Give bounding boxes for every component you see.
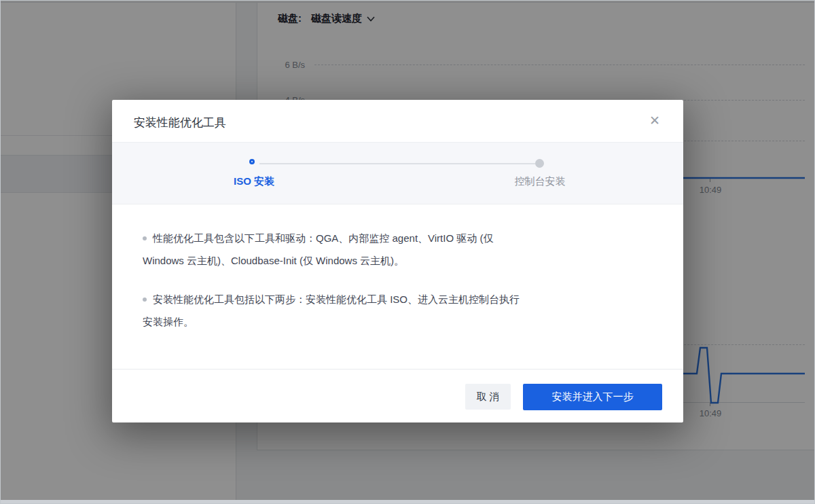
bullet-text-line: 性能优化工具包含以下工具和驱动：QGA、内部监控 agent、VirtIO 驱动… <box>153 232 493 244</box>
modal-body: 性能优化工具包含以下工具和驱动：QGA、内部监控 agent、VirtIO 驱动… <box>112 204 683 333</box>
step2-label: 控制台安装 <box>515 175 566 188</box>
bullet-text-line: Windows 云主机)、Cloudbase-Init (仅 Windows 云… <box>143 255 404 266</box>
bullet-item-steps: 安装性能优化工具包括以下两步：安装性能优化工具 ISO、进入云主机控制台执行安装… <box>143 288 653 333</box>
screen: 磁盘: 磁盘读速度 6 B/s 4 B/s 10:49 <box>0 0 815 504</box>
stepper-connector-line <box>259 163 535 164</box>
close-icon[interactable]: ✕ <box>647 113 663 129</box>
modal-header: 安装性能优化工具 ✕ <box>112 100 683 143</box>
step2-marker-pending <box>535 159 544 168</box>
bullet-text-line: 安装性能优化工具包括以下两步：安装性能优化工具 ISO、进入云主机控制台执行 <box>153 293 520 305</box>
bullet-dot <box>143 236 147 240</box>
modal-install-tools: 安装性能优化工具 ✕ ISO 安装 控制台安装 性能优化工具包含以下工具和驱动：… <box>112 100 683 422</box>
stepper: ISO 安装 控制台安装 <box>112 143 683 204</box>
step1-marker-active <box>249 159 255 164</box>
bullet-item-tools: 性能优化工具包含以下工具和驱动：QGA、内部监控 agent、VirtIO 驱动… <box>143 227 653 272</box>
bullet-text-line: 安装操作。 <box>143 316 194 327</box>
bottom-scrollbar[interactable] <box>0 500 815 504</box>
modal-title: 安装性能优化工具 <box>134 115 226 130</box>
cancel-button[interactable]: 取 消 <box>465 384 511 410</box>
modal-footer: 取 消 安装并进入下一步 <box>112 369 683 422</box>
bullet-dot <box>143 298 147 302</box>
install-next-step-button[interactable]: 安装并进入下一步 <box>523 384 662 410</box>
step1-label: ISO 安装 <box>234 175 274 188</box>
